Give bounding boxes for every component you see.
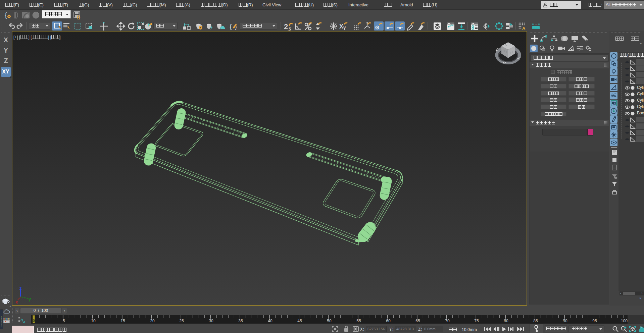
svg-text:z: z bbox=[19, 286, 22, 291]
svg-text:x: x bbox=[15, 299, 18, 304]
svg-text:y: y bbox=[29, 296, 31, 301]
